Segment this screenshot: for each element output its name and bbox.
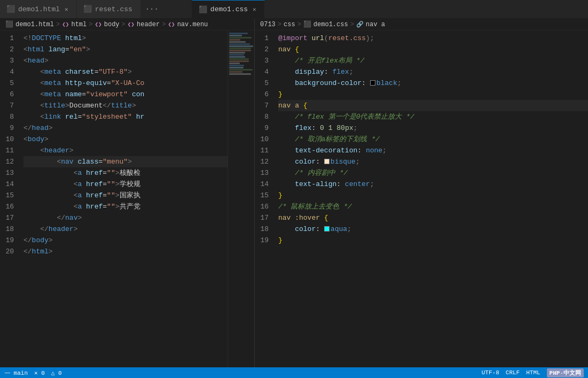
tab-bar: ⬛ demo1.html ✕ ⬛ reset.css ··· ⬛ demo1.c… [0, 0, 588, 19]
code-line: </body> [23, 235, 228, 246]
code-line: color: bisque; [278, 156, 588, 167]
tab-more-button[interactable]: ··· [141, 0, 163, 18]
encoding[interactable]: UTF-8 [482, 369, 499, 376]
line-ending[interactable]: CRLF [506, 369, 520, 376]
breadcrumb-selector-icon: 🔗 [356, 21, 364, 28]
editor-area: 1234567891011121314151617181920 <!DOCTYP… [0, 30, 588, 367]
line-number: 6 [255, 89, 272, 100]
css-icon: ⬛ [303, 20, 311, 28]
code-line: <title>Document</title> [23, 100, 228, 111]
line-numbers-right: 12345678910111213141516171819 [255, 30, 276, 367]
code-line: /* 取消a标签的下划线 */ [278, 134, 588, 145]
breadcrumb-nav[interactable]: nav.menu [177, 21, 208, 28]
code-line: display: flex; [278, 66, 588, 78]
line-number: 9 [0, 122, 17, 134]
code-line: <a href="">国家执 [23, 190, 228, 201]
line-numbers-left: 1234567891011121314151617181920 [0, 30, 21, 367]
code-line: <!DOCTYPE html> [23, 33, 228, 44]
breadcrumb-header[interactable]: header [137, 21, 160, 28]
line-number: 11 [0, 145, 17, 156]
tab-close-button[interactable]: ✕ [63, 5, 70, 14]
status-bar: ⸻ main ✕ 0 △ 0 UTF-8 CRLF HTML PHP·中文网 [0, 367, 588, 378]
breadcrumb-filename[interactable]: demo1.css [313, 21, 348, 28]
code-line: <header> [23, 145, 228, 156]
git-branch[interactable]: ⸻ main [4, 369, 28, 376]
code-line: </header> [23, 223, 228, 235]
breadcrumb-folder[interactable]: 0713 [260, 21, 276, 28]
code-line: flex: 0 1 80px; [278, 122, 588, 134]
line-number: 5 [0, 78, 17, 89]
line-number: 16 [255, 201, 272, 212]
line-number: 6 [0, 89, 17, 100]
css-file-icon-right: ⬛ [199, 5, 207, 14]
tab-demo1-html[interactable]: ⬛ demo1.html ✕ [0, 0, 77, 18]
code-line: /* 内容剧中 */ [278, 167, 588, 179]
tab-label: demo1.html [18, 5, 60, 13]
code-line: } [278, 190, 588, 201]
line-number: 12 [0, 156, 17, 167]
css-code-content[interactable]: @import url(reset.css);nav { /* 开启flex布局… [276, 30, 588, 367]
line-number: 9 [255, 122, 272, 134]
line-number: 7 [0, 100, 17, 111]
language[interactable]: HTML [526, 369, 540, 376]
breadcrumb-item[interactable]: body [104, 21, 120, 28]
line-number: 7 [255, 100, 272, 111]
line-number: 10 [255, 134, 272, 145]
error-count[interactable]: ✕ 0 [34, 369, 45, 376]
line-number: 4 [0, 66, 17, 78]
code-line: } [278, 235, 588, 246]
breadcrumb-body-icon: ❮❯ [95, 21, 101, 28]
html-icon: ⬛ [5, 20, 13, 28]
tab-label: demo1.css [210, 5, 248, 13]
line-number: 10 [0, 134, 17, 145]
breadcrumb-header-icon: ❮❯ [128, 21, 135, 28]
code-line: <meta http-equiv="X-UA-Co [23, 78, 228, 89]
code-line: } [278, 89, 588, 100]
code-line: nav a { [278, 100, 588, 111]
html-code-area[interactable]: 1234567891011121314151617181920 <!DOCTYP… [0, 30, 254, 367]
breadcrumb-item[interactable]: html [71, 21, 87, 28]
line-number: 15 [255, 190, 272, 201]
breadcrumb-item[interactable]: demo1.html [15, 21, 54, 28]
code-line: <link rel="stylesheet" hr [23, 111, 228, 122]
line-number: 3 [255, 55, 272, 66]
line-number: 15 [0, 190, 17, 201]
line-number: 1 [0, 33, 17, 44]
code-line: /* 鼠标放上去变色 */ [278, 201, 588, 212]
code-line: nav :hover { [278, 212, 588, 223]
tab-reset-css[interactable]: ⬛ reset.css [77, 0, 141, 18]
code-line: /* flex 第一个是0代表禁止放大 */ [278, 111, 588, 122]
line-number: 3 [0, 55, 17, 66]
status-right: UTF-8 CRLF HTML PHP·中文网 [482, 368, 584, 377]
php-badge[interactable]: PHP·中文网 [547, 368, 584, 377]
line-number: 1 [255, 33, 272, 44]
breadcrumb-css-folder[interactable]: css [284, 21, 295, 28]
breadcrumb-html-icon: ❮❯ [62, 21, 69, 28]
breadcrumb-nav-icon: ❮❯ [168, 21, 175, 28]
line-number: 13 [255, 167, 272, 179]
css-file-icon: ⬛ [83, 5, 92, 13]
more-tabs-icon: ··· [145, 5, 159, 13]
tab-close-css-button[interactable]: ✕ [251, 5, 258, 14]
code-line: <a href="">学校规 [23, 179, 228, 190]
css-code-area[interactable]: 12345678910111213141516171819 @import ur… [255, 30, 588, 367]
line-number: 14 [255, 179, 272, 190]
html-code-content[interactable]: <!DOCTYPE html><html lang="en"><head> <m… [21, 30, 228, 367]
line-number: 5 [255, 78, 272, 89]
code-line: </head> [23, 122, 228, 134]
line-number: 8 [255, 111, 272, 122]
code-line: <meta name="viewport" con [23, 89, 228, 100]
line-number: 20 [0, 246, 17, 257]
code-line: </nav> [23, 212, 228, 223]
code-line: color: aqua; [278, 223, 588, 235]
code-line: <html lang="en"> [23, 44, 228, 55]
tab-demo1-css[interactable]: ⬛ demo1.css ✕ [192, 0, 265, 18]
warning-count[interactable]: △ 0 [51, 369, 62, 376]
code-line: <a href="">核酸检 [23, 167, 228, 179]
line-number: 18 [0, 223, 17, 235]
line-number: 17 [255, 212, 272, 223]
breadcrumb-selector[interactable]: nav a [366, 21, 385, 28]
line-number: 4 [255, 66, 272, 78]
breadcrumb-right: 0713 > css > ⬛ demo1.css > 🔗 nav a [255, 19, 588, 30]
line-number: 2 [0, 44, 17, 55]
